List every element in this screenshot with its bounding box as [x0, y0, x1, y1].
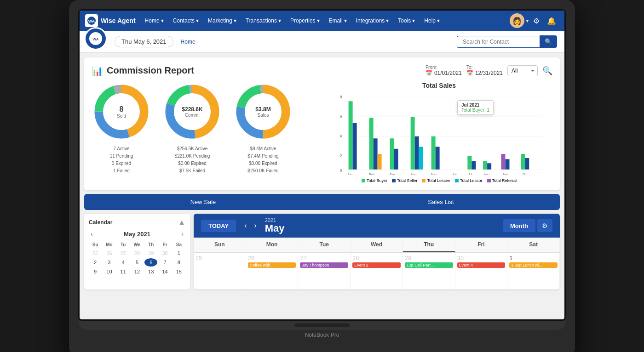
cal-day[interactable]: 2 [89, 258, 102, 267]
donut-sold-stats: 7 Active11 Pending0 Expired1 Failed [110, 145, 133, 175]
cal-day[interactable]: 11 [117, 267, 130, 276]
commission-search-button[interactable]: 🔍 [542, 66, 552, 76]
cal-day[interactable]: 1 [172, 249, 185, 257]
cal-day[interactable]: 26 [103, 249, 115, 257]
big-cal-cell[interactable]: 29 12p Call Part... [403, 253, 455, 290]
settings-icon[interactable]: ⚙ [530, 15, 542, 27]
event-pill[interactable]: Jay Thompson [300, 262, 348, 268]
svg-text:Mar: Mar [390, 173, 395, 175]
cal-day[interactable]: 3 [103, 258, 115, 267]
svg-text:Jul: Jul [468, 173, 472, 175]
cal-prev-arrow[interactable]: ‹ [242, 221, 249, 231]
event-pill[interactable]: Event 2 [352, 262, 401, 268]
big-cal-cell[interactable]: 25 [194, 253, 246, 290]
big-cal-tue: Tue [298, 238, 351, 252]
svg-text:Jun: Jun [452, 173, 457, 175]
svg-rect-32 [394, 149, 398, 170]
cal-prev-btn[interactable]: ‹ [89, 230, 95, 238]
big-cal-cell[interactable]: 1 1:30p Lunch wi... [507, 253, 560, 290]
laptop-screen: WA Wise Agent Home ▾ Contacts ▾ Marketin… [78, 9, 566, 321]
cal-next-btn[interactable]: › [179, 230, 185, 238]
cal-day[interactable]: 7 [158, 258, 171, 267]
svg-text:0: 0 [340, 168, 342, 173]
nav-integrations[interactable]: Integrations ▾ [352, 16, 393, 26]
cal-day[interactable]: 15 [172, 267, 185, 276]
svg-rect-29 [374, 138, 378, 170]
sales-list-button[interactable]: Sales List [322, 194, 560, 210]
cal-month-year: 2021 May [265, 217, 285, 234]
big-cal-wed: Wed [351, 238, 403, 252]
nav-email[interactable]: Email ▾ [325, 16, 351, 26]
event-pill[interactable]: Event 4 [457, 262, 506, 268]
cal-day[interactable]: 13 [144, 267, 157, 276]
svg-rect-37 [436, 147, 440, 170]
cal-day[interactable]: 29 [144, 249, 157, 257]
cal-header-fr: Fr [158, 241, 171, 248]
cal-day[interactable]: 30 [158, 249, 171, 257]
svg-rect-28 [369, 118, 374, 170]
user-avatar[interactable]: 👩 [510, 13, 524, 28]
nav-transactions[interactable]: Transactions ▾ [242, 16, 285, 26]
big-cal-sat: Sat [507, 238, 560, 252]
cal-header-su: Su [89, 241, 102, 248]
nav-contacts[interactable]: Contacts ▾ [169, 16, 202, 26]
main-content: 📊 Commission Report From: 📅 01/01/2021 [80, 53, 564, 319]
donut-comm-center: $228.6K Comm. [182, 106, 202, 118]
event-pill[interactable]: 1:30p Lunch wi... [509, 262, 558, 268]
nav-help[interactable]: Help ▾ [420, 16, 443, 26]
donut-sales-stats: $8.4M Active$7.4M Pending$0.00 Expired$2… [247, 145, 278, 175]
cal-day[interactable]: 14 [158, 267, 171, 276]
month-view-button[interactable]: Month [503, 219, 535, 232]
calendar-collapse-icon[interactable]: ▲ [178, 218, 185, 227]
cal-day[interactable]: 4 [117, 258, 130, 267]
svg-rect-39 [472, 161, 476, 170]
breadcrumb: Home - [181, 39, 199, 45]
avatar-dropdown[interactable]: ▾ [526, 18, 529, 23]
cal-day[interactable]: 8 [172, 258, 185, 267]
cal-next-arrow[interactable]: › [251, 221, 259, 231]
search-bar: 🔍 [457, 35, 557, 48]
cal-day[interactable]: 28 [131, 249, 144, 257]
svg-rect-41 [487, 163, 491, 170]
nav-properties[interactable]: Properties ▾ [287, 16, 323, 26]
nav-tools[interactable]: Tools ▾ [394, 16, 419, 26]
event-pill[interactable]: Coffee with... [248, 262, 296, 268]
legend-lessor: Total Lessor [455, 178, 483, 183]
nav-marketing[interactable]: Marketing ▾ [204, 16, 240, 26]
svg-text:4: 4 [340, 134, 342, 138]
commission-card: 📊 Commission Report From: 📅 01/01/2021 [84, 57, 560, 190]
big-cal-cell[interactable]: 28 Event 2 [351, 253, 403, 290]
svg-rect-26 [349, 101, 353, 170]
cal-day[interactable]: 12 [131, 267, 144, 276]
donuts-section: 8 Sold 7 Active11 Pending0 Expired1 Fail… [92, 82, 318, 183]
search-input[interactable] [457, 36, 540, 48]
svg-rect-38 [467, 156, 472, 170]
svg-rect-43 [506, 159, 510, 170]
big-cal-cell[interactable]: 30 Event 4 [455, 253, 508, 290]
cal-header-we: We [131, 241, 144, 248]
cal-day[interactable]: 10 [103, 267, 115, 276]
filter-from: From: 📅 01/01/2021 [426, 65, 462, 76]
svg-rect-45 [525, 158, 529, 170]
cal-day[interactable]: 9 [89, 267, 102, 276]
cal-day[interactable]: 25 [89, 249, 102, 257]
calendar-settings-button[interactable]: ⚙ [537, 219, 552, 232]
chart-tooltip: Jul 2021 Total Buyer: 1 [457, 100, 494, 115]
notifications-icon[interactable]: 🔔 [544, 15, 559, 27]
event-pill[interactable]: 12p Call Part... [405, 262, 453, 268]
filter-type-select[interactable]: All Buyer Seller [507, 65, 538, 76]
cal-day[interactable]: 5 [131, 258, 144, 267]
big-cal-cell[interactable]: 26 Coffee with... [246, 253, 299, 290]
new-sale-button[interactable]: New Sale [84, 194, 322, 210]
svg-text:Sep: Sep [502, 173, 508, 175]
date-display: Thu May 6, 2021 [115, 36, 173, 47]
big-cal-cell[interactable]: 27 Jay Thompson [298, 253, 351, 290]
brand-logo: WA [85, 14, 98, 27]
filter-from-value: 📅 01/01/2021 [426, 70, 462, 76]
svg-rect-42 [501, 154, 506, 170]
today-button[interactable]: TODAY [201, 220, 236, 232]
cal-day[interactable]: 27 [117, 249, 130, 257]
search-button[interactable]: 🔍 [540, 35, 557, 48]
cal-day-today[interactable]: 6 [144, 258, 157, 267]
nav-home[interactable]: Home ▾ [141, 16, 167, 26]
